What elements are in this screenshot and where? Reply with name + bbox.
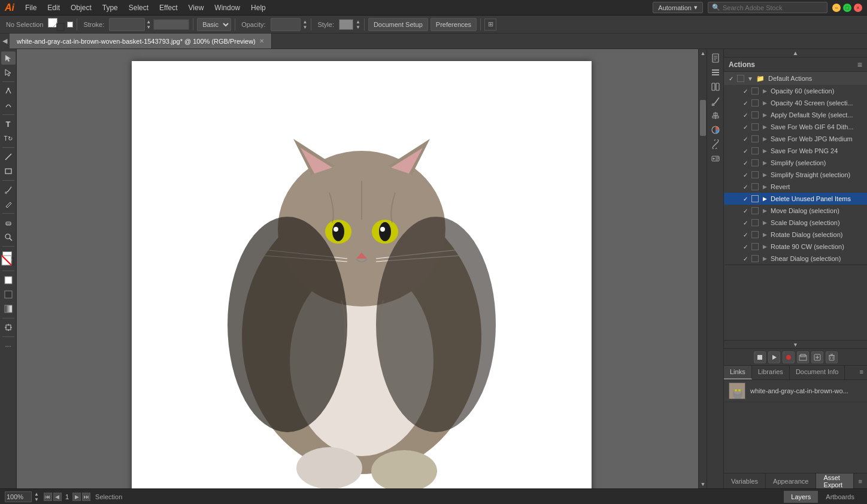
action-expand-9[interactable]: ▶ — [761, 195, 768, 202]
action-cb-8[interactable] — [751, 183, 759, 190]
action-expand-5[interactable]: ▶ — [761, 147, 768, 154]
action-cb-1[interactable] — [751, 99, 759, 107]
black-fill-btn[interactable] — [1, 288, 16, 301]
touch-type-tool[interactable]: T↻ — [1, 132, 16, 145]
action-item-5[interactable]: ✓ ▶ Save For Web PNG 24 — [724, 145, 867, 157]
panel-icon-links[interactable] — [708, 138, 723, 151]
action-cb-0[interactable] — [751, 87, 759, 95]
close-button[interactable]: × — [854, 4, 862, 12]
action-expand-11[interactable]: ▶ — [761, 219, 768, 226]
menu-file[interactable]: File — [20, 2, 41, 13]
panel-collapse-top[interactable]: ▲ — [724, 49, 867, 57]
actions-scroll-indicator[interactable]: ▼ — [724, 340, 867, 348]
next-page-button[interactable]: ▶ — [72, 493, 81, 501]
action-check-8[interactable]: ✓ — [742, 183, 749, 190]
action-check-5[interactable]: ✓ — [742, 147, 749, 154]
group-expand-icon[interactable]: ▼ — [747, 75, 754, 82]
action-check-6[interactable]: ✓ — [742, 159, 749, 166]
scroll-thumb[interactable] — [700, 100, 706, 136]
stroke-profile[interactable] — [153, 19, 189, 30]
preferences-button[interactable]: Preferences — [431, 18, 477, 31]
last-page-button[interactable]: ⏭ — [82, 493, 90, 501]
canvas-scroll[interactable] — [17, 49, 707, 488]
layers-tab[interactable]: Layers — [784, 491, 819, 503]
appearance-tab[interactable]: Appearance — [766, 473, 816, 488]
panel-icon-properties[interactable] — [708, 66, 723, 79]
artboards-tab[interactable]: Artboards — [819, 491, 862, 503]
stroke-style-select[interactable]: Basic — [197, 18, 231, 31]
stop-button[interactable] — [754, 351, 766, 363]
action-expand-8[interactable]: ▶ — [761, 183, 768, 190]
scroll-down-arrow[interactable]: ▼ — [699, 480, 707, 488]
prev-page-button[interactable]: ◀ — [53, 493, 62, 501]
automation-button[interactable]: Automation ▾ — [653, 2, 703, 13]
action-item-8[interactable]: ✓ ▶ Revert — [724, 181, 867, 193]
record-button[interactable] — [783, 351, 795, 363]
gradient-btn[interactable] — [1, 302, 16, 315]
default-actions-header[interactable]: ✓ ▼ 📁 Default Actions — [724, 72, 867, 85]
stroke-swatch[interactable] — [56, 23, 65, 31]
action-cb-2[interactable] — [751, 111, 759, 119]
action-cb-10[interactable] — [751, 207, 759, 214]
selection-tool[interactable] — [1, 51, 16, 65]
action-check-9[interactable]: ✓ — [742, 195, 749, 202]
action-cb-3[interactable] — [751, 123, 759, 130]
tab-close-button[interactable]: ✕ — [259, 38, 264, 44]
action-cb-5[interactable] — [751, 147, 759, 154]
menu-edit[interactable]: Edit — [43, 2, 65, 13]
actions-panel-menu-button[interactable]: ≡ — [857, 60, 862, 69]
action-check-4[interactable]: ✓ — [742, 135, 749, 142]
action-item-13[interactable]: ✓ ▶ Rotate 90 CW (selection) — [724, 241, 867, 253]
action-check-3[interactable]: ✓ — [742, 123, 749, 130]
action-check-12[interactable]: ✓ — [742, 231, 749, 238]
action-cb-9[interactable] — [751, 195, 759, 202]
action-item-delete-unused[interactable]: ✓ ▶ Delete Unused Panel Items — [724, 193, 867, 205]
artboard-tool[interactable] — [1, 321, 16, 334]
play-button[interactable] — [768, 351, 780, 363]
panel-icon-libraries[interactable] — [708, 80, 723, 93]
collapse-panels-button[interactable]: ◀ — [0, 34, 10, 49]
action-expand-0[interactable]: ▶ — [761, 87, 768, 95]
asset-export-tab[interactable]: Asset Export — [816, 473, 853, 488]
maximize-button[interactable]: □ — [843, 4, 851, 12]
first-page-button[interactable]: ⏮ — [44, 493, 52, 501]
link-item-cat[interactable]: white-and-gray-cat-in-brown-wo... — [724, 380, 867, 402]
action-check-14[interactable]: ✓ — [742, 255, 749, 262]
action-cb-7[interactable] — [751, 171, 759, 178]
action-check-7[interactable]: ✓ — [742, 171, 749, 178]
stroke-arrows[interactable]: ▲▼ — [146, 19, 151, 30]
curvature-tool[interactable] — [1, 99, 16, 112]
group-check[interactable]: ✓ — [727, 75, 735, 82]
opacity-input[interactable]: 100% — [271, 18, 301, 31]
action-expand-6[interactable]: ▶ — [761, 159, 768, 166]
fill-stroke-block[interactable] — [1, 251, 16, 266]
white-fill-btn[interactable] — [1, 274, 16, 287]
action-expand-13[interactable]: ▶ — [761, 243, 768, 250]
style-arrows[interactable]: ▲▼ — [356, 19, 360, 30]
menu-object[interactable]: Object — [66, 2, 96, 13]
action-check-0[interactable]: ✓ — [742, 87, 749, 95]
style-preview[interactable] — [339, 19, 353, 30]
rectangle-tool[interactable] — [1, 165, 16, 178]
menu-window[interactable]: Window — [210, 2, 245, 13]
panel-icon-brush[interactable] — [708, 95, 723, 108]
action-cb-13[interactable] — [751, 243, 759, 250]
action-expand-4[interactable]: ▶ — [761, 135, 768, 142]
menu-type[interactable]: Type — [98, 2, 123, 13]
search-stock-field[interactable]: 🔍 — [708, 2, 827, 13]
panel-tab-menu[interactable]: ≡ — [854, 475, 867, 487]
action-check-11[interactable]: ✓ — [742, 219, 749, 226]
scroll-up-arrow[interactable]: ▲ — [699, 49, 707, 57]
action-expand-2[interactable]: ▶ — [761, 111, 768, 119]
document-tab[interactable]: white-and-gray-cat-in-brown-woven-basket… — [10, 34, 272, 48]
opacity-arrows[interactable]: ▲▼ — [303, 19, 308, 30]
action-item-6[interactable]: ✓ ▶ Simplify (selection) — [724, 157, 867, 169]
action-check-10[interactable]: ✓ — [742, 207, 749, 214]
pen-tool[interactable] — [1, 84, 16, 98]
action-item-7[interactable]: ✓ ▶ Simplify Straight (selection) — [724, 169, 867, 181]
eraser-tool[interactable] — [1, 216, 16, 229]
group-checkbox[interactable] — [737, 75, 744, 82]
panel-icon-align[interactable] — [708, 109, 723, 122]
document-info-tab[interactable]: Document Info — [790, 366, 845, 379]
action-check-2[interactable]: ✓ — [742, 111, 749, 119]
